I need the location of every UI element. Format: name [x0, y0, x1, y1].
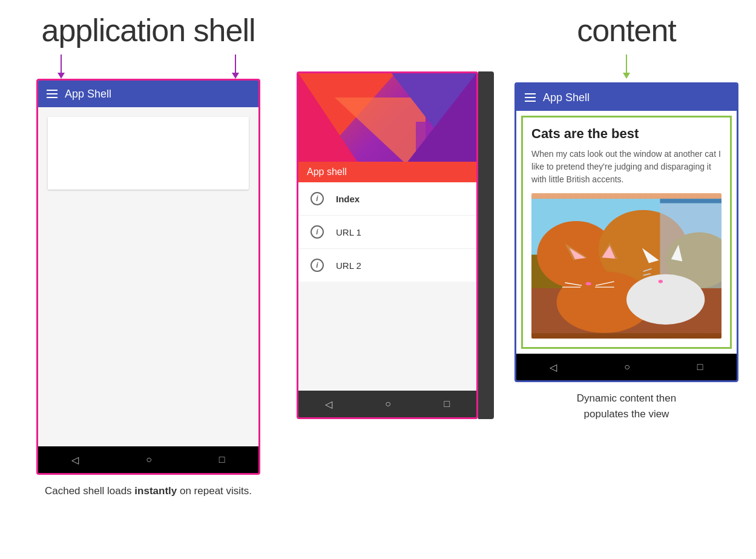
- phone-1-content: [38, 107, 258, 446]
- arrow-line-left: [61, 55, 62, 73]
- cat-svg: [531, 193, 721, 339]
- left-section: application shell App Shell: [18, 12, 278, 499]
- phone-2-navbar: ◁ ○ □: [298, 391, 476, 417]
- right-caption: Dynamic content then populates the view: [577, 391, 676, 422]
- app-shell-label: application shell: [41, 12, 255, 48]
- svg-rect-6: [660, 199, 721, 203]
- phone-3-frame: App Shell Cats are the best When my cats…: [514, 82, 738, 382]
- content-title: Cats are the best: [531, 126, 721, 142]
- content-arrow-col: [623, 55, 630, 79]
- right-caption-line1: Dynamic content then: [577, 392, 676, 404]
- content-body: When my cats look out the window at anot…: [531, 148, 721, 186]
- hamburger-icon-3: [525, 93, 536, 102]
- content-card-1: [48, 117, 249, 190]
- phone-1-topbar: App Shell: [38, 81, 258, 107]
- menu-item-index-label: Index: [336, 194, 360, 204]
- menu-item-url1[interactable]: i URL 1: [298, 216, 476, 249]
- arrow-head-right: [232, 73, 239, 79]
- phone-1-caption: Cached shell loads instantly on repeat v…: [45, 483, 252, 499]
- phone-1-navbar: ◁ ○ □: [38, 446, 258, 473]
- right-arrow-col: [232, 55, 239, 79]
- right-section: content App Shell Cats are the best When…: [514, 12, 738, 422]
- menu-item-index[interactable]: i Index: [298, 182, 476, 216]
- app-shell-banner: App shell: [298, 162, 476, 182]
- back-button-1[interactable]: ◁: [71, 454, 79, 466]
- phone-3-navbar: ◁ ○ □: [516, 354, 737, 380]
- home-button-2[interactable]: ○: [385, 399, 391, 409]
- green-arrow-line: [626, 55, 627, 73]
- back-button-2[interactable]: ◁: [325, 399, 332, 410]
- home-button-3[interactable]: ○: [624, 362, 630, 372]
- phone-1-frame: App Shell ◁ ○ □: [36, 79, 260, 475]
- colorful-header: App shell: [298, 73, 476, 182]
- menu-item-url2[interactable]: i URL 2: [298, 249, 476, 282]
- recent-button-1[interactable]: □: [219, 454, 225, 465]
- middle-section: App shell i Index i URL 1 i URL 2: [284, 12, 490, 419]
- recent-button-2[interactable]: □: [444, 399, 450, 409]
- dark-sidebar: [478, 71, 494, 419]
- left-arrow-col: [58, 55, 65, 79]
- hamburger-icon-1: [47, 90, 58, 98]
- phone-3-topbar: App Shell: [516, 84, 737, 111]
- arrow-head-left: [58, 73, 65, 79]
- cat-image: [531, 193, 721, 339]
- home-button-1[interactable]: ○: [146, 454, 152, 465]
- phone-1-title: App Shell: [65, 88, 111, 101]
- svg-point-18: [586, 282, 591, 286]
- content-area: Cats are the best When my cats look out …: [521, 116, 732, 349]
- menu-item-url1-label: URL 1: [336, 227, 361, 237]
- green-arrow-head: [623, 73, 630, 79]
- right-caption-line2: populates the view: [584, 408, 669, 420]
- svg-point-23: [626, 274, 705, 325]
- info-icon-url1: i: [311, 225, 324, 239]
- phone-3-title: App Shell: [543, 91, 590, 104]
- arrow-line-right: [235, 55, 236, 73]
- phone-2-wrapper: App shell i Index i URL 1 i URL 2: [297, 71, 478, 419]
- phone-2-frame: App shell i Index i URL 1 i URL 2: [297, 71, 478, 419]
- info-icon-url2: i: [311, 259, 324, 272]
- content-label: content: [577, 12, 676, 48]
- info-icon-index: i: [311, 192, 324, 205]
- menu-item-url2-label: URL 2: [336, 260, 361, 271]
- app-shell-arrows: [58, 55, 239, 79]
- menu-items: i Index i URL 1 i URL 2: [298, 182, 476, 282]
- svg-point-31: [659, 280, 663, 283]
- back-button-3[interactable]: ◁: [550, 362, 557, 373]
- recent-button-3[interactable]: □: [697, 362, 703, 372]
